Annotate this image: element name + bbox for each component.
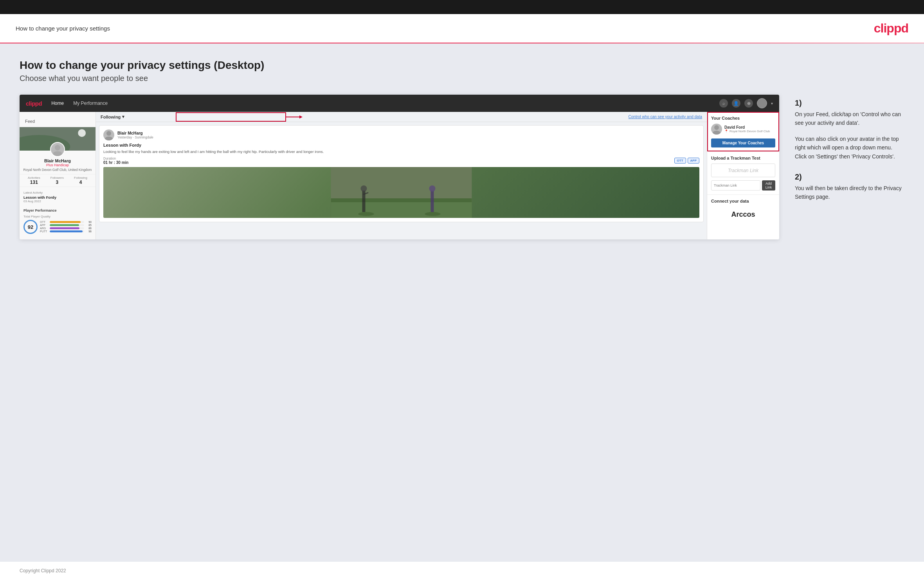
control-privacy-link[interactable]: Control who can see your activity and da… [629,115,702,119]
app-nav: clippd Home My Performance ⌕ 👤 ⊕ ▾ [20,95,779,112]
feed-tab[interactable]: Feed [20,116,95,127]
bar-track [50,230,84,232]
chevron-down-icon: ▾ [122,114,124,119]
trackman-input-row: Add Link [711,180,775,191]
instructions-col: 1) On your Feed, click/tap on 'Control w… [795,95,904,213]
app-body: Feed [20,112,779,239]
profile-name: Blair McHarg [20,158,95,163]
app-nav-icons: ⌕ 👤 ⊕ ▾ [719,98,773,108]
coach-info: David Ford 📍 Royal North Devon Golf Club [724,125,770,133]
instruction-step2: 2) You will then be taken directly to th… [795,173,904,201]
feed-header-area: Following ▾ Control who can see your act… [96,112,707,122]
manage-coaches-button[interactable]: Manage Your Coaches [711,138,775,147]
profile-stats: Activities 131 Followers 3 Following 4 [20,174,95,187]
app-logo: clippd [26,100,42,107]
coaches-title: Your Coaches [711,116,775,120]
main-content: How to change your privacy settings (Des… [0,43,924,562]
content-columns: clippd Home My Performance ⌕ 👤 ⊕ ▾ Feed [20,95,904,239]
bar-row-putt: PUTT 96 [40,230,92,233]
logo: clippd [874,21,908,36]
profile-handicap: Plus Handicap [20,163,95,167]
user-icon[interactable]: 👤 [732,99,740,108]
bar-label: ARG [40,227,49,230]
trackman-section: Upload a Trackman Test Trackman Link Add… [707,152,779,195]
coach-club: 📍 Royal North Devon Golf Club [724,129,770,133]
stat-followers: Followers 3 [50,176,64,185]
instruction-step1: 1) On your Feed, click/tap on 'Control w… [795,99,904,161]
bar-row-ott: OTT 90 [40,221,92,223]
post-duration-info: Duration 01 hr : 30 min [103,156,128,165]
post-title: Lesson with Fordy [103,143,699,147]
add-link-button[interactable]: Add Link [762,180,775,191]
post-card: Blair McHarg Yesterday · Sunningdale Les… [99,125,704,222]
quality-bars: OTT 90 APP 85 ARG 86 PUTT [40,221,92,233]
post-tags: OTT APP [674,158,699,164]
following-button[interactable]: Following ▾ [101,114,124,119]
page-heading: How to change your privacy settings (Des… [20,59,904,72]
bar-value: 85 [85,224,92,226]
bar-label: OTT [40,221,49,223]
svg-point-20 [714,125,719,130]
svg-point-15 [361,185,367,192]
svg-point-9 [105,137,113,140]
bar-track [50,227,84,229]
coach-row: David Ford 📍 Royal North Devon Golf Club [711,124,775,135]
bar-row-arg: ARG 86 [40,227,92,230]
svg-point-17 [425,212,441,216]
nav-my-performance[interactable]: My Performance [73,101,108,106]
stat-following: Following 4 [74,176,87,185]
copyright: Copyright Clippd 2022 [20,568,66,573]
tag-ott: OTT [674,158,686,164]
stat-activities: Activities 131 [28,176,40,185]
bar-fill [50,224,79,226]
step2-number: 2) [795,173,904,182]
connect-title: Connect your data [711,199,775,203]
top-bar [0,0,924,14]
bar-fill [50,227,79,229]
bar-value: 90 [85,221,92,223]
svg-point-19 [429,185,436,192]
player-performance-section: Player Performance Total Player Quality … [20,207,95,235]
post-image [103,167,699,218]
app-right-sidebar: Your Coaches David Ford [707,112,779,239]
footer: Copyright Clippd 2022 [0,562,924,577]
bar-fill [50,221,81,223]
bar-track [50,221,84,223]
svg-point-2 [78,129,86,137]
arccos-logo: Arccos [711,207,775,223]
svg-point-8 [106,131,111,136]
step2-text: You will then be taken directly to the P… [795,184,904,201]
feed-following-bar: Following ▾ Control who can see your act… [96,112,707,122]
bar-label: PUTT [40,230,49,233]
svg-point-13 [358,212,374,216]
post-author-row: Blair McHarg Yesterday · Sunningdale [103,129,699,140]
profile-avatar [50,142,65,157]
bar-value: 86 [85,227,92,230]
step1-text-a: On your Feed, click/tap on 'Control who … [795,110,904,128]
step1-text-b: You can also click on your avatar in the… [795,135,904,161]
app-sidebar: Feed [20,112,96,239]
search-icon[interactable]: ⌕ [719,99,728,108]
post-author-avatar [103,129,114,140]
quality-row: 92 OTT 90 APP 85 ARG 86 [23,220,92,234]
bar-track [50,224,84,226]
latest-activity-section: Latest Activity Lesson with Fordy 03 Aug… [20,189,95,205]
bar-row-app: APP 85 [40,224,92,226]
profile-club: Royal North Devon Golf Club, United King… [20,168,95,172]
compass-icon[interactable]: ⊕ [744,99,753,108]
trackman-input[interactable] [711,180,760,191]
coaches-section: Your Coaches David Ford [707,112,779,152]
svg-rect-18 [431,191,434,212]
header-title: How to change your privacy settings [16,25,110,32]
pin-icon: 📍 [724,129,728,133]
user-avatar[interactable] [757,98,767,108]
tag-app: APP [688,158,699,164]
header: How to change your privacy settings clip… [0,14,924,43]
bar-value: 96 [85,230,92,233]
svg-point-4 [53,151,62,156]
quality-circle: 92 [23,220,38,234]
trackman-placeholder: Trackman Link [711,164,775,177]
post-desc: Looking to feel like my hands are exitin… [103,149,699,154]
nav-home[interactable]: Home [51,101,64,106]
avatar-dropdown-icon[interactable]: ▾ [771,101,773,106]
